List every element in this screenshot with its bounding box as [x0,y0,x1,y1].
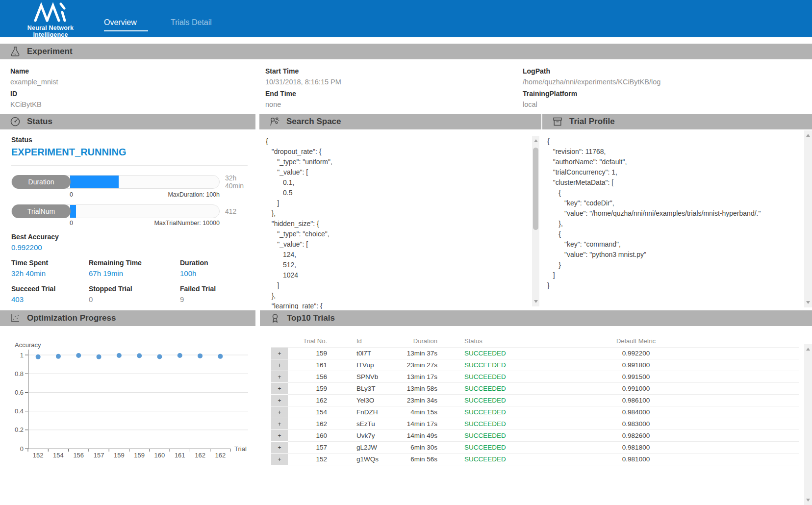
svg-text:1: 1 [20,352,24,359]
status-value: EXPERIMENT_RUNNING [11,147,248,158]
cell-trial-no: 161 [288,359,327,371]
cell-duration: 13min 17s [386,371,455,383]
cell-status: SUCCEEDED [455,406,582,418]
expand-row-button[interactable]: + [271,406,288,418]
svg-text:0.4: 0.4 [15,407,24,415]
svg-text:157: 157 [94,452,104,459]
cell-default-metric: 0.986100 [582,395,690,406]
cell-status: SUCCEEDED [455,371,582,383]
svg-text:156: 156 [73,452,84,459]
scrollbar-thumb[interactable] [533,148,538,230]
nni-logo: Neural Network Intelligence [12,2,89,38]
svg-text:Trial: Trial [234,445,247,453]
cell-trial-no: 162 [288,418,327,430]
field-start-time: Start Time 10/31/2018, 8:16:15 PM [265,65,523,88]
search-space-scrollbar[interactable] [532,136,539,306]
scroll-down-arrow-icon[interactable] [806,301,810,304]
active-tab-underline [104,30,148,31]
trialnum-min: 0 [70,220,73,227]
trialnum-progress-fill [70,205,76,218]
scroll-down-arrow-icon[interactable] [806,499,810,502]
cell-id: Yel3O [327,395,386,406]
search-space-title: Search Space [286,117,341,126]
best-accuracy-value: 0.992200 [11,243,248,252]
cell-default-metric: 0.991500 [582,371,690,383]
cell-duration: 14min 49s [386,430,455,442]
col-duration: Duration [386,334,455,348]
field-log-path: LogPath /home/quzha/nni/experiments/KCiB… [523,65,812,88]
cell-status: SUCCEEDED [455,418,582,430]
scroll-up-arrow-icon[interactable] [806,134,810,137]
nni-logo-icon [31,2,70,22]
top10-trials-section: Top10 Trials Trial No. Id Duration Statu… [260,309,812,505]
svg-text:0.2: 0.2 [15,426,24,433]
divider [11,165,248,166]
expand-row-button[interactable]: + [271,454,288,465]
cell-default-metric: 0.991000 [582,383,690,395]
scroll-up-arrow-icon[interactable] [534,139,538,142]
cell-duration: 13min 37s [386,348,455,359]
expand-row-button[interactable]: + [271,348,288,359]
scroll-up-arrow-icon[interactable] [806,348,810,351]
duration-progress-fill [70,176,119,188]
table-row: + 159 BLy3T 13min 58s SUCCEEDED 0.991000 [271,383,799,395]
field-end-time: End Time none [265,88,523,110]
cell-duration: 6min 30s [386,442,455,454]
cell-id: SPNVb [327,371,386,383]
table-row: + 156 SPNVb 13min 17s SUCCEEDED 0.991500 [271,371,799,383]
cell-default-metric: 0.991800 [582,359,690,371]
top10-scrollbar[interactable] [804,344,812,505]
trial-profile-json: { "revision": 11768, "authorName": "defa… [542,129,812,291]
experiment-title: Experiment [27,47,73,56]
expand-row-button[interactable]: + [271,430,288,442]
tab-overview[interactable]: Overview [104,18,137,27]
table-row: + 162 Yel3O 23min 34s SUCCEEDED 0.986100 [271,395,799,406]
cell-trial-no: 154 [288,406,327,418]
archive-box-icon [552,116,563,127]
svg-text:162: 162 [215,452,226,459]
stat-succeed-trial: Succeed Trial 403 [11,285,89,309]
cell-status: SUCCEEDED [455,430,582,442]
app-header: Neural Network Intelligence Overview Tri… [0,0,812,37]
stat-time-spent: Time Spent 32h 40min [11,259,89,285]
medal-icon [270,313,280,324]
tab-trials-detail[interactable]: Trials Detail [171,18,212,27]
expand-row-button[interactable]: + [271,371,288,383]
cell-default-metric: 0.981800 [582,442,690,454]
duration-progress-value: 32h 40min [225,174,248,190]
network-icon [269,116,280,127]
table-row: + 160 Uvk7y 14min 49s SUCCEEDED 0.982600 [271,430,799,442]
trialnum-progress: TrialNum 412 [11,204,248,218]
svg-text:162: 162 [195,452,205,459]
cell-duration: 23min 27s [386,359,455,371]
cell-id: ITVup [327,359,386,371]
stat-remaining-time: Remaining Time 67h 19min [89,259,180,285]
expand-row-button[interactable]: + [271,418,288,430]
expand-row-button[interactable]: + [271,383,288,395]
col-status: Status [455,334,582,348]
cell-status: SUCCEEDED [455,395,582,406]
cell-default-metric: 0.992200 [582,348,690,359]
scroll-down-arrow-icon[interactable] [534,300,538,303]
field-id: ID KCiBytKB [10,88,265,110]
svg-text:Accuracy: Accuracy [15,341,41,349]
gauge-icon [10,116,21,127]
cell-id: sEzTu [327,418,386,430]
cell-trial-no: 157 [288,442,327,454]
expand-row-button[interactable]: + [271,442,288,454]
status-panel-title: Status [27,117,52,126]
cell-default-metric: 0.984000 [582,406,690,418]
stat-duration: Duration 100h [180,259,248,285]
cell-duration: 6min 56s [386,454,455,465]
col-trial-no: Trial No. [288,334,327,348]
cell-duration: 4min 15s [386,406,455,418]
expand-row-button[interactable]: + [271,359,288,371]
table-row: + 159 t0l7T 13min 37s SUCCEEDED 0.992200 [271,348,799,359]
table-row: + 162 sEzTu 14min 17s SUCCEEDED 0.983000 [271,418,799,430]
cell-id: g1WQs [327,454,386,465]
trial-profile-scrollbar[interactable] [804,130,812,307]
optimization-progress-title: Optimization Progress [27,313,116,323]
top10-table-header: Trial No. Id Duration Status Default Met… [271,334,799,348]
svg-text:0: 0 [20,445,24,453]
expand-row-button[interactable]: + [271,395,288,406]
